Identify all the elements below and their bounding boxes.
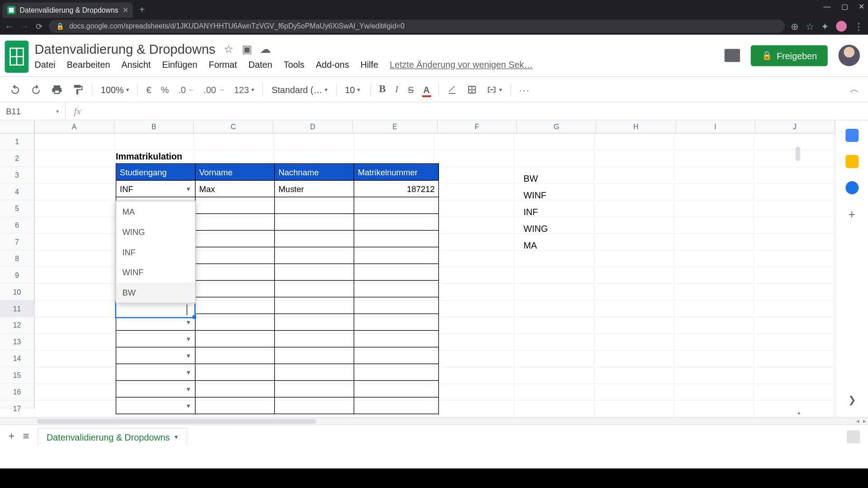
column-header-h[interactable]: H (596, 120, 676, 133)
cell-g3[interactable]: BW (524, 170, 548, 187)
menu-einfuegen[interactable]: Einfügen (162, 59, 198, 69)
font-family-select[interactable]: Standard (… (270, 82, 329, 97)
cell-d15[interactable] (274, 364, 354, 380)
cell-e16[interactable] (354, 380, 439, 397)
redo-button[interactable] (29, 81, 43, 98)
cell-d10[interactable] (274, 281, 354, 297)
calendar-addon-icon[interactable] (845, 129, 859, 142)
dropdown-option[interactable]: WINF (116, 262, 195, 282)
minimize-icon[interactable]: — (824, 2, 831, 10)
row-header-6[interactable]: 6 (0, 217, 34, 234)
spreadsheet-grid[interactable]: Immatrikulation Studiengang Vorname Nach… (35, 133, 835, 417)
dropdown-arrow-icon[interactable]: ▼ (185, 402, 191, 409)
dropdown-option[interactable]: MA (116, 202, 195, 222)
column-header-g[interactable]: G (517, 120, 597, 133)
cell-c7[interactable] (195, 230, 274, 247)
cell-e15[interactable] (354, 364, 439, 380)
tasks-addon-icon[interactable] (845, 181, 859, 194)
cell-d17[interactable] (274, 397, 354, 414)
dropdown-arrow-icon[interactable]: ▼ (185, 319, 191, 326)
menu-format[interactable]: Format (209, 59, 237, 69)
last-change-link[interactable]: Letzte Änderung vor wenigen Sek… (390, 59, 533, 69)
font-size-select[interactable]: 10 (344, 82, 363, 97)
cell-c11[interactable] (195, 297, 274, 314)
cell-c4[interactable]: Max (195, 180, 274, 197)
format-currency-button[interactable]: € (145, 82, 152, 97)
cell-c14[interactable] (195, 347, 274, 364)
row-header-7[interactable]: 7 (0, 234, 34, 250)
cell-g5[interactable]: INF (524, 204, 548, 221)
cell-d14[interactable] (274, 347, 354, 364)
merge-cells-button[interactable] (485, 82, 503, 97)
cell-c12[interactable] (195, 314, 274, 330)
cell-b14[interactable]: ▼ (116, 347, 195, 364)
decrease-decimal-button[interactable]: .0← (177, 82, 195, 97)
menu-hilfe[interactable]: Hilfe (360, 59, 378, 69)
move-icon[interactable]: ▣ (242, 42, 252, 56)
explore-button[interactable] (847, 430, 860, 443)
cell-d7[interactable] (274, 230, 354, 247)
th-nachname[interactable]: Nachname (274, 164, 354, 180)
row-header-4[interactable]: 4 (0, 183, 34, 200)
row-header-3[interactable]: 3 (0, 167, 34, 183)
horizontal-scrollbar[interactable]: ◂▸ (0, 417, 868, 424)
th-matrikel[interactable]: Matrikelnummer (354, 164, 439, 180)
active-cell-b11[interactable] (115, 301, 196, 318)
sheets-logo-icon[interactable] (5, 41, 29, 73)
cell-e8[interactable] (354, 247, 439, 264)
keep-addon-icon[interactable] (845, 155, 859, 168)
all-sheets-button[interactable]: ≡ (23, 430, 29, 443)
column-header-c[interactable]: C (194, 120, 274, 133)
cell-g4[interactable]: WINF (524, 187, 548, 204)
cell-e7[interactable] (354, 230, 439, 247)
row-header-15[interactable]: 15 (0, 367, 34, 384)
italic-button[interactable]: I (394, 82, 400, 97)
cell-d11[interactable] (274, 297, 354, 314)
zoom-select[interactable]: 100% (99, 82, 130, 97)
forward-button[interactable]: → (20, 21, 28, 31)
cell-d16[interactable] (274, 380, 354, 397)
menu-datei[interactable]: Datei (35, 59, 56, 69)
column-header-d[interactable]: D (274, 120, 353, 133)
cell-c17[interactable] (195, 397, 274, 414)
share-button[interactable]: 🔒 Freigeben (751, 45, 828, 66)
cell-e10[interactable] (354, 281, 439, 297)
cell-c9[interactable] (195, 264, 274, 281)
close-window-icon[interactable]: ✕ (859, 2, 864, 10)
undo-button[interactable] (8, 81, 22, 98)
cell-e4[interactable]: 187212 (354, 180, 439, 197)
back-button[interactable]: ← (5, 21, 13, 31)
cell-c16[interactable] (195, 380, 274, 397)
tab-close-icon[interactable]: ✕ (123, 6, 128, 14)
validation-dropdown[interactable]: MA WING INF WINF BW (116, 201, 196, 304)
cell-d12[interactable] (274, 314, 354, 330)
column-header-e[interactable]: E (353, 120, 438, 133)
cell-e5[interactable] (354, 197, 439, 214)
name-box[interactable]: B11 ▾ (0, 103, 66, 120)
window-controls[interactable]: — ▢ ✕ (824, 2, 865, 10)
cell-e13[interactable] (354, 330, 439, 347)
side-panel-collapse-icon[interactable]: ❯ (848, 394, 856, 405)
column-header-b[interactable]: B (114, 120, 194, 133)
chrome-menu-icon[interactable]: ⋮ (854, 21, 863, 32)
cell-d13[interactable] (274, 330, 354, 347)
row-header-9[interactable]: 9 (0, 267, 34, 284)
strikethrough-button[interactable]: S (406, 82, 415, 97)
new-tab-button[interactable]: + (139, 4, 145, 15)
sheet-tab[interactable]: Datenvalidierung & Dropdowns ▾ (38, 427, 187, 446)
cell-d8[interactable] (274, 247, 354, 264)
select-all-corner[interactable] (0, 120, 34, 133)
bookmark-icon[interactable]: ☆ (806, 21, 814, 32)
number-format-select[interactable]: 123 (233, 82, 255, 97)
cell-g7[interactable]: MA (524, 237, 548, 254)
comments-icon[interactable] (725, 49, 740, 62)
increase-decimal-button[interactable]: .00→ (203, 82, 226, 97)
row-header-14[interactable]: 14 (0, 351, 34, 367)
collapse-toolbar-button[interactable]: ︿ (849, 81, 860, 98)
column-header-i[interactable]: I (676, 120, 755, 133)
row-header-5[interactable]: 5 (0, 200, 34, 217)
star-icon[interactable]: ☆ (224, 42, 233, 56)
cell-c10[interactable] (195, 281, 274, 297)
cell-e11[interactable] (354, 297, 439, 314)
menu-ansicht[interactable]: Ansicht (122, 59, 151, 69)
